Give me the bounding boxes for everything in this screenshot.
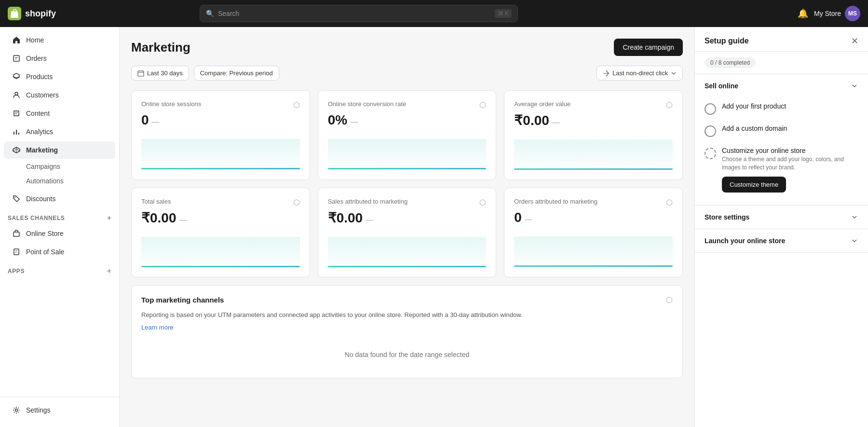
metric-export-icon-sales-attributed[interactable]: ⬡ bbox=[479, 198, 486, 207]
sidebar-item-customers[interactable]: Customers bbox=[4, 86, 115, 104]
svg-point-1 bbox=[15, 92, 18, 95]
logo-text: shopify bbox=[25, 9, 56, 19]
panel-progress: 0 / 8 completed bbox=[695, 52, 868, 74]
launch-store-chevron bbox=[851, 237, 858, 245]
create-campaign-button[interactable]: Create campaign bbox=[614, 39, 683, 56]
sidebar-item-orders[interactable]: Orders bbox=[4, 50, 115, 67]
compare-label: Compare: Previous period bbox=[200, 69, 273, 77]
metric-title-conversion: Online store conversion rate bbox=[328, 100, 407, 108]
item-label-customize-store: Customize your online store bbox=[722, 147, 858, 154]
sidebar-label-home: Home bbox=[26, 36, 44, 44]
sidebar-item-point-of-sale[interactable]: Point of Sale bbox=[4, 243, 115, 261]
item-label-first-product: Add your first product bbox=[722, 102, 786, 110]
avatar: MS bbox=[845, 6, 860, 21]
add-sales-channel-button[interactable]: + bbox=[107, 214, 111, 222]
metric-chart-conversion bbox=[328, 136, 487, 169]
sidebar-item-home[interactable]: Home bbox=[4, 31, 115, 49]
metric-value-total-sales: ₹0.00 bbox=[141, 210, 176, 226]
svg-rect-0 bbox=[14, 55, 19, 61]
item-desc-customize-store: Choose a theme and add your logo, colors… bbox=[722, 155, 858, 172]
metric-export-icon-sessions[interactable]: ⬡ bbox=[293, 100, 300, 110]
item-circle-first-product bbox=[705, 103, 716, 115]
store-menu[interactable]: My Store MS bbox=[814, 6, 860, 21]
metric-card-orders-attributed: Orders attributed to marketing ⬡ 0 — bbox=[504, 188, 683, 277]
sidebar-item-analytics[interactable]: Analytics bbox=[4, 123, 115, 140]
metric-export-icon-conversion[interactable]: ⬡ bbox=[479, 100, 486, 110]
item-label-custom-domain: Add a custom domain bbox=[722, 124, 787, 132]
sidebar-item-content[interactable]: Content bbox=[4, 105, 115, 122]
sidebar-label-automations: Automations bbox=[26, 177, 64, 185]
sidebar-item-campaigns[interactable]: Campaigns bbox=[4, 160, 115, 173]
filters-row: Last 30 days Compare: Previous period La… bbox=[131, 66, 683, 81]
metric-card-sessions: Online store sessions ⬡ 0 — bbox=[131, 90, 310, 180]
sidebar-label-orders: Orders bbox=[26, 55, 47, 62]
settings-icon bbox=[12, 405, 21, 415]
home-icon bbox=[12, 35, 21, 45]
metric-dash-sessions: — bbox=[152, 118, 160, 126]
metric-card-conversion: Online store conversion rate ⬡ 0% — bbox=[318, 90, 497, 180]
sidebar-item-products[interactable]: Products bbox=[4, 68, 115, 85]
notifications-icon[interactable]: 🔔 bbox=[798, 8, 808, 19]
discounts-icon bbox=[12, 194, 21, 204]
panel-close-button[interactable]: ✕ bbox=[851, 37, 858, 45]
search-bar[interactable]: 🔍 Search ⌘ K bbox=[200, 5, 518, 22]
no-data-message: No data found for the date range selecte… bbox=[141, 331, 673, 368]
metric-chart-sessions bbox=[141, 136, 300, 169]
store-settings-title: Store settings bbox=[705, 213, 749, 221]
apps-section: Apps + bbox=[0, 261, 119, 277]
metric-chart-total-sales bbox=[141, 234, 300, 267]
sidebar-item-automations[interactable]: Automations bbox=[4, 174, 115, 188]
sidebar-item-marketing[interactable]: Marketing bbox=[4, 141, 115, 159]
sell-online-content: Add your first product Add a custom doma… bbox=[695, 97, 868, 205]
sidebar-label-customers: Customers bbox=[26, 91, 59, 99]
store-settings-header[interactable]: Store settings bbox=[695, 206, 868, 229]
metric-dash-avg-order: — bbox=[552, 118, 560, 127]
sidebar-item-online-store[interactable]: Online Store bbox=[4, 225, 115, 242]
svg-point-5 bbox=[15, 409, 18, 412]
metric-export-icon-total-sales[interactable]: ⬡ bbox=[293, 198, 300, 207]
channels-learn-more-link[interactable]: Learn more bbox=[141, 324, 173, 331]
logo[interactable]: shopify bbox=[8, 7, 56, 20]
topbar-right: 🔔 My Store MS bbox=[798, 6, 860, 21]
sell-online-section: Sell online Add your first product Add a… bbox=[695, 74, 868, 206]
calendar-icon bbox=[137, 70, 144, 77]
metric-chart-sales-attributed bbox=[328, 234, 487, 267]
search-icon: 🔍 bbox=[206, 10, 214, 17]
sidebar-item-settings[interactable]: Settings bbox=[4, 401, 115, 419]
item-circle-customize-store bbox=[705, 148, 716, 159]
metric-export-icon-avg-order[interactable]: ⬡ bbox=[666, 100, 673, 110]
sidebar-item-discounts[interactable]: Discounts bbox=[4, 190, 115, 207]
compare-filter[interactable]: Compare: Previous period bbox=[194, 66, 279, 81]
date-range-filter[interactable]: Last 30 days bbox=[131, 66, 189, 81]
metric-value-conversion: 0% bbox=[328, 112, 347, 128]
sidebar-bottom: Settings bbox=[0, 397, 119, 423]
sidebar-label-settings: Settings bbox=[26, 406, 51, 414]
sidebar-label-products: Products bbox=[26, 73, 53, 81]
setup-item-customize-store: Customize your online store Choose a the… bbox=[705, 142, 858, 197]
launch-store-section: Launch your online store bbox=[695, 229, 868, 253]
launch-store-header[interactable]: Launch your online store bbox=[695, 229, 868, 252]
attribution-filter[interactable]: Last non-direct click bbox=[597, 66, 683, 81]
attribution-icon bbox=[603, 70, 610, 77]
sidebar-label-campaigns: Campaigns bbox=[26, 163, 60, 170]
sidebar: Home Orders Products Customers Content bbox=[0, 27, 120, 427]
page-title: Marketing bbox=[131, 40, 190, 55]
channels-export-icon[interactable]: ⬡ bbox=[666, 295, 673, 304]
metric-value-avg-order: ₹0.00 bbox=[514, 112, 549, 128]
sell-online-chevron bbox=[851, 82, 858, 90]
setup-item-first-product: Add your first product bbox=[705, 97, 858, 120]
setup-guide-panel: Setup guide ✕ 0 / 8 completed Sell onlin… bbox=[694, 27, 868, 427]
add-app-button[interactable]: + bbox=[107, 267, 111, 275]
metric-export-icon-orders-attributed[interactable]: ⬡ bbox=[666, 198, 673, 207]
store-name: My Store bbox=[814, 10, 841, 17]
customers-icon bbox=[12, 90, 21, 100]
metric-title-total-sales: Total sales bbox=[141, 198, 171, 205]
shopify-bag-icon bbox=[8, 7, 21, 20]
svg-rect-3 bbox=[14, 232, 19, 236]
customize-theme-button[interactable]: Customize theme bbox=[722, 177, 786, 193]
sell-online-header[interactable]: Sell online bbox=[695, 74, 868, 97]
sales-channels-section: Sales channels + bbox=[0, 208, 119, 224]
content-icon bbox=[12, 109, 21, 118]
metric-card-total-sales: Total sales ⬡ ₹0.00 — bbox=[131, 188, 310, 277]
metric-dash-total-sales: — bbox=[179, 216, 187, 224]
